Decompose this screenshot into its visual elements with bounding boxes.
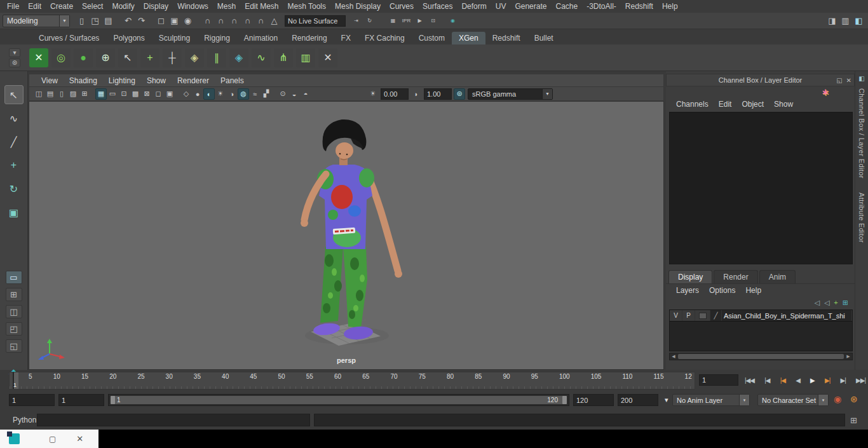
auto-keyframe-icon[interactable]: ◉ — [834, 394, 841, 404]
viewport-menu-item[interactable]: Renderer — [172, 76, 215, 85]
menubar-item[interactable]: Create — [46, 0, 78, 13]
xgen-strands-icon[interactable]: ⋔ — [274, 48, 293, 67]
save-scene-icon[interactable]: ▤ — [102, 15, 115, 27]
shaded-icon[interactable]: ● — [192, 88, 203, 100]
shelf-tab[interactable]: Redshift — [485, 32, 527, 44]
paint-effects-icon[interactable]: ◉ — [446, 15, 459, 27]
xgen-grid-icon[interactable]: ◈ — [229, 48, 248, 67]
menubar-item[interactable]: Mesh Display — [330, 0, 385, 13]
command-language-label[interactable]: Python — [0, 416, 37, 424]
xgen-create-sphere-icon[interactable]: ⊕ — [96, 48, 115, 67]
use-all-lights-icon[interactable]: ☀ — [215, 88, 226, 100]
select-hierarchy-icon[interactable]: ◻ — [154, 15, 168, 27]
script-editor-icon[interactable]: ⊞ — [850, 416, 857, 425]
snap-point-icon[interactable]: ∩ — [227, 15, 241, 27]
range-end-handle[interactable] — [562, 396, 567, 404]
menubar-item[interactable]: Generate — [510, 0, 551, 13]
shelf-tab[interactable]: Rigging — [197, 32, 237, 44]
channel-list-area[interactable] — [669, 112, 853, 264]
go-to-end-button[interactable]: ▶▶| — [856, 377, 865, 384]
open-scene-icon[interactable]: ◳ — [88, 15, 102, 27]
shelf-tab[interactable]: Rendering — [285, 32, 334, 44]
exposure-field[interactable] — [381, 88, 409, 100]
scroll-left-icon[interactable]: ◀ — [670, 354, 677, 359]
sidebar-tool-settings-icon[interactable]: ▥ — [839, 15, 852, 27]
character-set-dropdown[interactable]: No Character Set ▾ — [757, 394, 829, 406]
render-sequence-icon[interactable]: ▶ — [413, 15, 426, 27]
layout-single-pane-icon[interactable]: ▭ — [6, 271, 22, 284]
redo-icon[interactable]: ↷ — [135, 15, 148, 27]
rotate-tool-icon[interactable]: ↻ — [4, 179, 24, 198]
snap-grid-icon[interactable]: ∩ — [201, 15, 214, 27]
shelf-tab[interactable]: Sculpting — [152, 32, 197, 44]
menubar-item[interactable]: Help — [658, 0, 682, 13]
grid-display-icon[interactable]: ▦ — [95, 88, 107, 100]
menubar-item[interactable]: Mesh — [213, 0, 240, 13]
view-transform-dropdown[interactable]: sRGB gamma ▼ — [468, 88, 553, 100]
menubar-item[interactable]: Edit — [24, 0, 46, 13]
menubar-item[interactable]: Curves — [385, 0, 418, 13]
close-window-icon[interactable]: ✕ — [76, 434, 83, 444]
playback-end-field[interactable] — [573, 394, 614, 406]
layout-custom-icon[interactable]: ◱ — [6, 339, 22, 353]
input-connections-icon[interactable]: ⇥ — [349, 15, 363, 27]
layer-visibility-toggle[interactable]: V — [670, 310, 682, 321]
range-start-handle[interactable] — [111, 396, 115, 404]
menubar-item[interactable]: Select — [78, 0, 107, 13]
wireframe-icon[interactable]: ◇ — [180, 88, 192, 100]
step-back-frame-button[interactable]: |◀ — [764, 377, 770, 384]
close-icon[interactable]: ✕ — [846, 77, 851, 84]
layer-editor-tab[interactable]: Render — [714, 270, 757, 283]
sidebar-channel-box-icon[interactable]: ◧ — [852, 15, 865, 27]
menubar-item[interactable]: Deform — [457, 0, 491, 13]
xgen-preview-icon[interactable]: ◎ — [51, 48, 71, 67]
xgen-editor-icon[interactable]: ✕ — [29, 48, 48, 67]
layer-editor-menu-item[interactable]: Options — [704, 286, 740, 295]
layer-playback-toggle[interactable]: P — [682, 310, 695, 321]
step-back-key-button[interactable]: |◀ — [780, 377, 785, 384]
playback-start-field[interactable] — [58, 394, 104, 406]
command-input[interactable] — [37, 414, 310, 426]
paint-select-tool-icon[interactable]: ╱ — [4, 132, 24, 151]
channel-box-menu-item[interactable]: Show — [769, 100, 798, 109]
xgen-guides-icon[interactable]: ∥ — [207, 48, 226, 67]
snap-projected-center-icon[interactable]: ∩ — [241, 15, 254, 27]
anti-alias-icon[interactable]: ▞ — [261, 88, 272, 100]
xgen-density-brush-icon[interactable]: ● — [74, 48, 93, 67]
ipr-render-icon[interactable]: IPR — [400, 15, 413, 27]
select-tool-icon[interactable]: ↖ — [4, 85, 24, 104]
select-object-icon[interactable]: ▣ — [168, 15, 181, 27]
viewport-menu-item[interactable]: Show — [141, 76, 172, 85]
construction-history-icon[interactable]: ↻ — [363, 15, 376, 27]
xray-icon[interactable]: ◒ — [288, 88, 300, 100]
menubar-item[interactable]: Redshift — [621, 0, 658, 13]
channel-box-menu-item[interactable]: Object — [736, 100, 769, 109]
timeline-ruler[interactable]: 5101520253035404550556065707580859095100… — [9, 372, 695, 390]
new-scene-icon[interactable]: ▯ — [75, 15, 88, 27]
viewport-menu-item[interactable]: View — [36, 76, 64, 85]
shelf-tab[interactable]: Curves / Surfaces — [32, 32, 106, 44]
viewport-canvas[interactable]: persp — [29, 101, 664, 370]
layer-row[interactable]: V P ╱ Asian_Child_Boy_in_Spiderman_T_shi — [670, 310, 852, 322]
lasso-tool-icon[interactable]: ∿ — [4, 109, 24, 128]
xgen-curve-icon[interactable]: ∿ — [252, 48, 271, 67]
scrollbar-thumb[interactable] — [678, 354, 844, 359]
xgen-add-icon[interactable]: + — [140, 48, 159, 67]
bookmark-icon[interactable]: ▯ — [56, 88, 67, 100]
viewport-menu-item[interactable]: Shading — [64, 76, 103, 85]
layer-color-swatch[interactable] — [695, 310, 710, 321]
layer-editor-tab[interactable]: Anim — [759, 270, 796, 283]
menubar-item[interactable]: Surfaces — [418, 0, 457, 13]
live-surface-field[interactable] — [285, 15, 346, 27]
layer-editor-menu-item[interactable]: Layers — [671, 286, 704, 295]
select-component-icon[interactable]: ◉ — [181, 15, 194, 27]
channel-box-menu-item[interactable]: Channels — [671, 100, 714, 109]
layer-editor-menu-item[interactable]: Help — [740, 286, 766, 295]
scale-tool-icon[interactable]: ▣ — [4, 203, 24, 222]
shelf-tab[interactable]: Polygons — [106, 32, 151, 44]
scroll-right-icon[interactable]: ▶ — [844, 354, 852, 359]
layout-four-pane-icon[interactable]: ⊞ — [6, 288, 22, 301]
animation-preferences-icon[interactable]: ⊛ — [850, 394, 858, 404]
color-management-icon[interactable]: ⊚ — [454, 88, 465, 100]
safe-action-icon[interactable]: ◻ — [153, 88, 164, 100]
